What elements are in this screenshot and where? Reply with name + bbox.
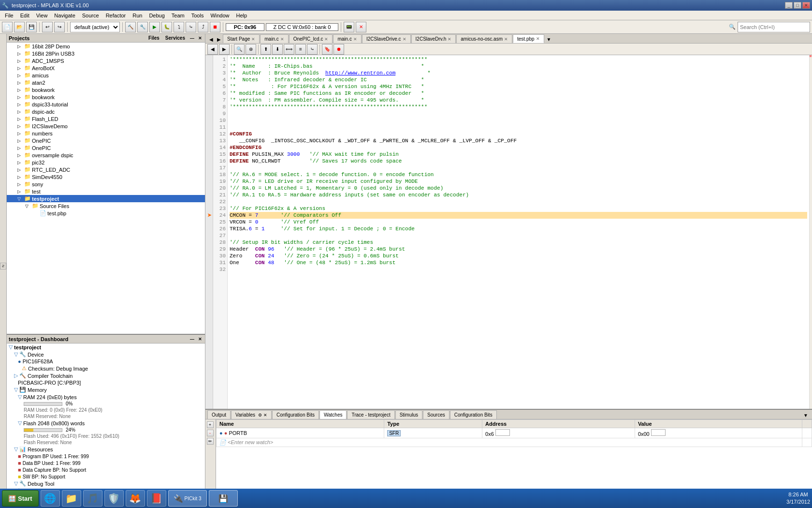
code-find-button[interactable]: ⊛ xyxy=(246,44,256,55)
programmer-button[interactable]: 📟 xyxy=(344,22,354,32)
watch-row-portb[interactable]: ● ● PORTB SFR 0x6 xyxy=(217,428,812,438)
clean-build-button[interactable]: 🔧 xyxy=(137,22,148,32)
taskbar-explorer[interactable]: 📁 xyxy=(62,490,81,507)
watch-new-entry[interactable]: 📄 <Enter new watch> xyxy=(217,438,802,447)
menu-team[interactable]: Team xyxy=(169,12,188,19)
tab-dropdown[interactable]: ▼ xyxy=(545,36,553,43)
dash-picbasicpro[interactable]: PICBASIC-PRO [C:\PBP3] xyxy=(7,379,205,386)
run-button[interactable]: ▶ xyxy=(149,22,160,32)
dash-testproject[interactable]: ▽ testproject xyxy=(7,344,205,351)
tab-config-bits-1[interactable]: Configuration Bits xyxy=(272,410,319,419)
tree-item-sourcefiles[interactable]: ▽📁 Source Files xyxy=(7,202,205,209)
maximize-button[interactable]: □ xyxy=(794,2,801,9)
tree-item-amicus[interactable]: ▷📁 amicus xyxy=(7,72,205,79)
watch-edit-button[interactable]: ✏ xyxy=(207,438,214,445)
bottom-tab-dropdown[interactable]: ▼ xyxy=(801,412,810,419)
menu-source[interactable]: Source xyxy=(79,12,102,19)
dash-checksum[interactable]: ⚠ Checksum: Debug Image xyxy=(7,365,205,372)
build-button[interactable]: 🔨 xyxy=(125,22,136,32)
tab-i2cslavedrv[interactable]: I2CSlaveDrv.h✕ xyxy=(411,34,456,43)
minimize-button[interactable]: _ xyxy=(785,2,793,9)
taskbar-media[interactable]: 🎵 xyxy=(83,490,102,507)
tree-item-testproject[interactable]: ▽📁 testproject xyxy=(7,195,205,202)
code-editor[interactable]: ➤ 12345 678910 1112131415 1617181920 212… xyxy=(205,55,812,409)
navigation-tab[interactable]: N xyxy=(0,263,6,269)
services-tab[interactable]: Services xyxy=(163,35,187,41)
watch-row-new[interactable]: 📄 <Enter new watch> xyxy=(217,438,812,447)
code-next-button[interactable]: ⬇ xyxy=(272,44,283,55)
tab-nav-right[interactable]: ▶ xyxy=(215,36,223,43)
tab-i2cslavedrive[interactable]: I2CSlaveDrive.c✕ xyxy=(362,34,411,43)
code-bookmark-button[interactable]: 🔖 xyxy=(322,44,333,55)
variables-close-icon[interactable]: ✕ xyxy=(263,413,267,418)
step-into-button[interactable]: ⤷ xyxy=(186,22,196,32)
dash-resources[interactable]: ▽ 📊 Resources xyxy=(7,446,205,453)
tree-item-rtcledadc[interactable]: ▷📁 RTC_LED_ADC xyxy=(7,166,205,173)
tree-item-16bit28pdemo[interactable]: ▷📁 16bit 28P Demo xyxy=(7,43,205,50)
tab-main-c-1[interactable]: main.c✕ xyxy=(260,34,288,43)
tab-output[interactable]: Output xyxy=(207,410,231,419)
code-goto-button[interactable]: ⤷ xyxy=(307,44,318,55)
code-bp-button[interactable]: ⏺ xyxy=(334,44,344,55)
tree-item-aerobotx[interactable]: ▷📁 AeroBotX xyxy=(7,64,205,72)
tab-onepic-lcd[interactable]: OnePIC_lcd.c✕ xyxy=(289,34,333,43)
tree-item-flashled[interactable]: ▷📁 Flash_LED xyxy=(7,115,205,122)
code-forward-button[interactable]: ▶ xyxy=(219,44,230,55)
menu-refactor[interactable]: Refactor xyxy=(103,12,129,19)
taskbar-pickit[interactable]: 🔌 PICkit 3 xyxy=(168,490,207,507)
tree-item-testpbp[interactable]: 📄 test.pbp xyxy=(7,209,205,217)
projects-minimize[interactable]: — xyxy=(189,36,195,41)
watch-add-button[interactable]: + xyxy=(207,421,214,428)
tree-item-dspicadc[interactable]: ▷📁 dspic-adc xyxy=(7,108,205,115)
code-text[interactable]: '***************************************… xyxy=(228,55,809,409)
dash-memory[interactable]: ▽ 💾 Memory xyxy=(7,386,205,393)
tree-item-16bit28pinusb3[interactable]: ▷📁 16Bit 28Pin USB3 xyxy=(7,50,205,57)
step-over-button[interactable]: ⤵ xyxy=(174,22,184,32)
undo-button[interactable]: ↩ xyxy=(42,22,53,32)
dashboard-minimize[interactable]: — xyxy=(189,337,195,342)
menu-debug[interactable]: Debug xyxy=(146,12,167,19)
tab-main-c-2[interactable]: main.c✕ xyxy=(333,34,361,43)
tab-amicus[interactable]: amicus-no-osc.asm✕ xyxy=(456,34,512,43)
tab-start-page[interactable]: Start Page✕ xyxy=(223,34,260,43)
menu-window[interactable]: Window xyxy=(207,12,232,19)
menu-run[interactable]: Run xyxy=(130,12,145,19)
step-out-button[interactable]: ⤴ xyxy=(198,22,208,32)
code-back-button[interactable]: ◀ xyxy=(207,44,218,55)
dash-flash[interactable]: ▽ Flash 2048 (0x800) words xyxy=(7,419,205,427)
menu-help[interactable]: Help xyxy=(233,12,250,19)
tree-item-bookwork2[interactable]: ▷📁 bookwork xyxy=(7,93,205,101)
tab-stimulus[interactable]: Stimulus xyxy=(395,410,422,419)
reset-button[interactable]: ⏹ xyxy=(210,22,220,32)
menu-edit[interactable]: Edit xyxy=(17,12,32,19)
tree-item-pic32[interactable]: ▷📁 pic32 xyxy=(7,159,205,166)
code-prev-button[interactable]: ⬆ xyxy=(261,44,271,55)
address-input-portb[interactable] xyxy=(495,429,510,436)
tree-item-oversample[interactable]: ▷📁 oversample dspic xyxy=(7,151,205,159)
taskbar-ie[interactable]: 🌐 xyxy=(41,490,60,507)
code-format-button[interactable]: ≡ xyxy=(295,44,306,55)
taskbar-firefox[interactable]: 🦊 xyxy=(126,490,145,507)
tree-item-simdev[interactable]: ▷📁 SimDev4550 xyxy=(7,173,205,180)
search-input[interactable] xyxy=(738,22,810,32)
debug-button[interactable]: 🐛 xyxy=(161,22,172,32)
menu-tools[interactable]: Tools xyxy=(188,12,207,19)
start-button[interactable]: 🪟 Start xyxy=(2,490,39,507)
tree-item-numbers[interactable]: ▷📁 numbers xyxy=(7,130,205,137)
watch-remove-button[interactable]: - xyxy=(207,430,214,436)
taskbar-security[interactable]: 🛡️ xyxy=(104,490,124,507)
tree-item-dspic33[interactable]: ▷📁 dspic33-tutorial xyxy=(7,101,205,108)
tree-item-onepic2[interactable]: ▷📁 OnePIC xyxy=(7,144,205,151)
tab-config-bits-2[interactable]: Configuration Bits xyxy=(450,410,497,419)
dash-device[interactable]: ▽ 🔧 Device xyxy=(7,351,205,358)
projects-close[interactable]: ✕ xyxy=(197,36,203,41)
tab-test-pbp[interactable]: test.pbp✕ xyxy=(513,34,544,43)
menu-view[interactable]: View xyxy=(33,12,51,19)
tab-trace[interactable]: Trace - testproject xyxy=(347,410,394,419)
stop-button[interactable]: ✕ xyxy=(356,22,366,32)
taskbar-mplab[interactable]: 💾 xyxy=(209,490,238,507)
tab-variables[interactable]: Variables ⚙ ✕ xyxy=(231,410,272,419)
value-input-portb[interactable] xyxy=(651,429,666,436)
tree-item-test[interactable]: ▷📁 test xyxy=(7,188,205,195)
watch-expand-portb[interactable] xyxy=(802,428,812,438)
